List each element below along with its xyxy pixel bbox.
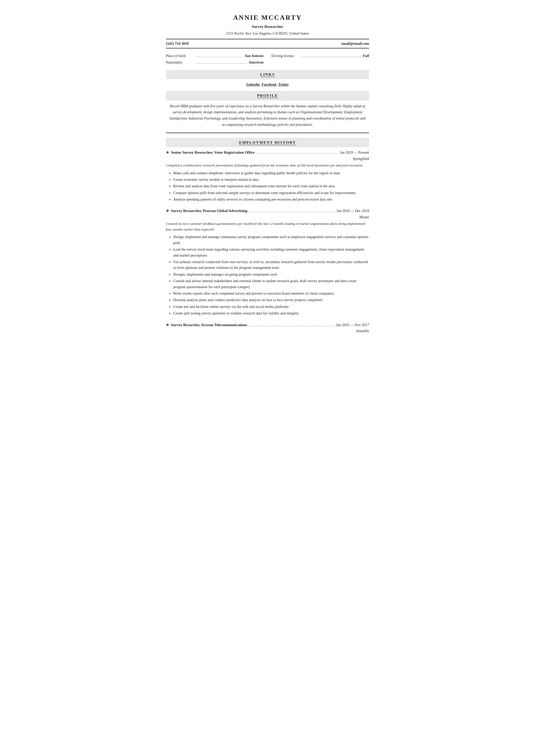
job-title-text: Survey Resarcher, Actcom Telecommunicati… — [171, 322, 247, 328]
driving-license-row: Driving license Full — [271, 53, 369, 59]
list-item: Lead the survey reach team regarding var… — [173, 247, 369, 259]
links-section-header: LINKS — [166, 70, 369, 79]
dots-3 — [302, 57, 361, 57]
twitter-link[interactable]: Twitter — [278, 83, 289, 87]
dots-1 — [196, 57, 243, 57]
job-dots — [249, 212, 335, 212]
links-header-text: LINKS — [260, 72, 275, 77]
list-item: Design, implement and manage continuous … — [173, 234, 369, 246]
list-item: Create test and facilitate online survey… — [173, 304, 369, 310]
employment-section-header: EMPLOYMENT HISTORY — [166, 138, 369, 148]
nationality-label: Nationality — [166, 60, 195, 65]
job-dates: Jan 2019 — Present — [340, 150, 369, 155]
driving-license-value: Full — [363, 53, 369, 59]
facebook-link[interactable]: Facebook — [262, 83, 276, 87]
list-item: Create split testing survey questions to… — [173, 311, 369, 316]
candidate-title: Survey Researcher — [166, 24, 369, 30]
resume-header: ANNIE MCCARTY Survey Researcher 1515 Pac… — [166, 13, 369, 48]
profile-section-header: PROFILE — [166, 91, 369, 100]
list-item: Use primary research conducted from own … — [173, 259, 369, 271]
candidate-name: ANNIE MCCARTY — [166, 13, 369, 23]
contact-bar: (541) 754-3010 email@email.com — [166, 39, 369, 48]
job-location: Springfield — [166, 156, 369, 161]
job-location: Miami — [166, 214, 369, 220]
list-item: Designs, implements and manages on-going… — [173, 272, 369, 277]
list-item: Develop analysis plans and conduct predi… — [173, 297, 369, 303]
place-of-birth-value: San Antonio — [245, 53, 264, 59]
job-entry-2: ❖ Survey Resarcher, Actcom Telecommunica… — [166, 322, 369, 334]
email-address: email@email.com — [341, 41, 369, 46]
employment-list: ❖ Senior Survey Researcher, Voter Regist… — [166, 150, 369, 334]
list-item: Make calls and conduct telephonic interv… — [173, 170, 369, 176]
job-summary: Created six new customer feedback questi… — [166, 221, 369, 232]
personal-info-grid: Place of birth San Antonio Driving licen… — [166, 53, 369, 65]
links-content: Linkedin, Facebook, Twitter — [166, 82, 369, 87]
candidate-address: 1515 Pacific Ave, Los Angeles, CA 90291,… — [166, 31, 369, 36]
job-entry-0: ❖ Senior Survey Researcher, Voter Regist… — [166, 150, 369, 202]
job-title-row: ❖ Senior Survey Researcher, Voter Regist… — [166, 150, 369, 155]
linkedin-link[interactable]: Linkedin — [246, 83, 260, 87]
job-title-row: ❖ Survey Resarcher, Actcom Telecommunica… — [166, 322, 369, 328]
job-title-row: ❖ Survey Researcher, Pearson Global Adve… — [166, 208, 369, 214]
job-title-text: Survey Researcher, Pearson Global Advert… — [171, 208, 247, 214]
job-bullets-list: Make calls and conduct telephonic interv… — [166, 170, 369, 203]
list-item: Consult and advise internal stakeholders… — [173, 278, 369, 290]
list-item: Create economic survey models to interpr… — [173, 177, 369, 182]
list-item: Write results reports after each complet… — [173, 291, 369, 296]
job-entry-1: ❖ Survey Researcher, Pearson Global Adve… — [166, 208, 369, 316]
job-title-text: Senior Survey Researcher, Voter Registra… — [171, 150, 255, 155]
list-item: Analyze spending patterns of utility ser… — [173, 197, 369, 202]
place-of-birth-label: Place of birth — [166, 53, 195, 59]
nationality-value: American — [249, 60, 264, 65]
job-dates: Jan 2016 — Nov 2017 — [336, 322, 369, 328]
profile-text: Recent MBA graduate with five years of e… — [166, 103, 369, 128]
job-dates: Jan 2018 — Dec 2018 — [337, 208, 369, 213]
profile-header-text: PROFILE — [257, 94, 278, 98]
list-item: Review and analyze data from voter regis… — [173, 183, 369, 189]
job-dots — [249, 326, 334, 326]
job-location: Amarillo — [166, 328, 369, 334]
employment-header-text: EMPLOYMENT HISTORY — [239, 140, 296, 145]
dots-2 — [196, 63, 247, 64]
section-divider — [166, 133, 369, 133]
job-icon: ❖ — [166, 322, 169, 328]
nationality-row: Nationality American — [166, 60, 264, 65]
job-summary: Compiled a collaborative research presen… — [166, 162, 369, 168]
job-icon: ❖ — [166, 150, 169, 155]
job-dots — [256, 154, 338, 154]
place-of-birth-row: Place of birth San Antonio — [166, 53, 264, 59]
job-bullets-list: Design, implement and manage continuous … — [166, 234, 369, 316]
phone-number: (541) 754-3010 — [166, 41, 189, 46]
list-item: Compare opinion polls from selected samp… — [173, 190, 369, 196]
job-icon: ❖ — [166, 208, 169, 213]
driving-license-label: Driving license — [271, 53, 300, 59]
